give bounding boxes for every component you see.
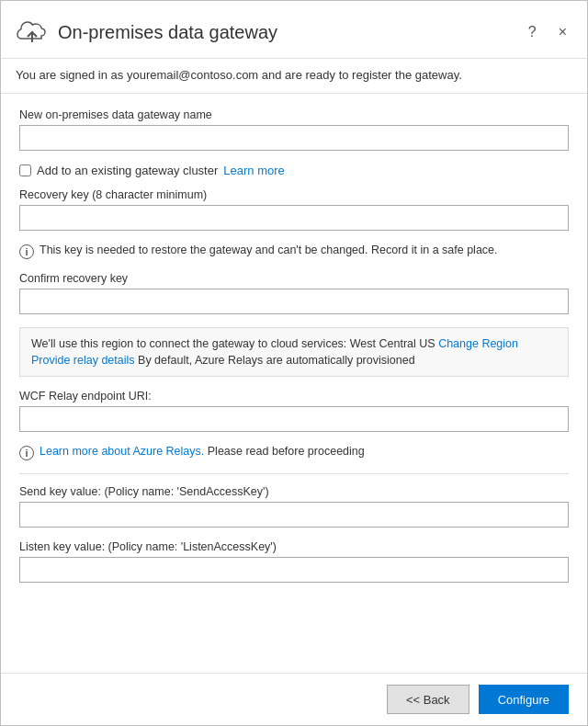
help-button[interactable]: ?: [523, 22, 542, 42]
provide-relay-link[interactable]: Provide relay details: [31, 354, 135, 367]
azure-relay-link[interactable]: Learn more about Azure Relays.: [40, 445, 204, 458]
wcf-relay-section: WCF Relay endpoint URI: i Learn more abo…: [19, 390, 569, 460]
existing-cluster-checkbox[interactable]: [19, 164, 31, 176]
footer: << Back Configure: [1, 673, 587, 725]
gateway-name-input[interactable]: [19, 125, 569, 151]
listen-key-input[interactable]: [19, 557, 569, 583]
send-key-input[interactable]: [19, 502, 569, 527]
send-key-label: Send key value: (Policy name: 'SendAcces…: [19, 485, 569, 498]
wcf-label: WCF Relay endpoint URI:: [19, 390, 569, 403]
content-area: New on-premises data gateway name Add to…: [1, 94, 587, 673]
dialog-title: On-premises data gateway: [58, 22, 523, 43]
cloud-upload-icon: [16, 16, 49, 49]
recovery-key-info-row: i This key is needed to restore the gate…: [19, 244, 569, 259]
confirm-key-label: Confirm recovery key: [19, 272, 569, 285]
configure-button[interactable]: Configure: [479, 685, 569, 714]
region-line: We'll use this region to connect the gat…: [31, 337, 557, 350]
relay-line: Provide relay details By default, Azure …: [31, 354, 557, 367]
confirm-key-input[interactable]: [19, 289, 569, 314]
relay-info-text: By default, Azure Relays are automatical…: [138, 354, 415, 367]
recovery-key-label: Recovery key (8 character minimum): [19, 188, 569, 201]
gateway-name-label: New on-premises data gateway name: [19, 108, 569, 121]
checkbox-row: Add to an existing gateway cluster Learn…: [19, 164, 569, 177]
recovery-key-input[interactable]: [19, 205, 569, 231]
divider: [19, 473, 569, 474]
change-region-link[interactable]: Change Region: [438, 337, 518, 350]
title-bar: On-premises data gateway ? ×: [1, 1, 587, 59]
azure-relay-info-row: i Learn more about Azure Relays. Please …: [19, 445, 569, 460]
send-key-group: Send key value: (Policy name: 'SendAcces…: [19, 485, 569, 527]
checkbox-label: Add to an existing gateway cluster: [37, 164, 218, 177]
wcf-input[interactable]: [19, 406, 569, 432]
back-button[interactable]: << Back: [387, 685, 469, 714]
recovery-key-info-text: This key is needed to restore the gatewa…: [40, 244, 498, 256]
recovery-key-group: Recovery key (8 character minimum): [19, 188, 569, 231]
listen-key-group: Listen key value: (Policy name: 'ListenA…: [19, 540, 569, 583]
azure-relay-info-text: Learn more about Azure Relays. Please re…: [40, 445, 365, 458]
info-icon: i: [19, 244, 34, 259]
dialog-container: On-premises data gateway ? × You are sig…: [0, 0, 588, 726]
close-button[interactable]: ×: [553, 22, 572, 42]
azure-info-icon: i: [19, 446, 34, 460]
listen-key-label: Listen key value: (Policy name: 'ListenA…: [19, 540, 569, 553]
confirm-key-group: Confirm recovery key: [19, 272, 569, 314]
wcf-group: WCF Relay endpoint URI:: [19, 390, 569, 432]
region-text: We'll use this region to connect the gat…: [31, 337, 435, 350]
gateway-name-group: New on-premises data gateway name: [19, 108, 569, 151]
region-section: We'll use this region to connect the gat…: [19, 327, 569, 377]
title-actions: ? ×: [523, 22, 572, 42]
learn-more-link[interactable]: Learn more: [223, 164, 284, 177]
subtitle: You are signed in as youremail@contoso.c…: [1, 59, 587, 94]
